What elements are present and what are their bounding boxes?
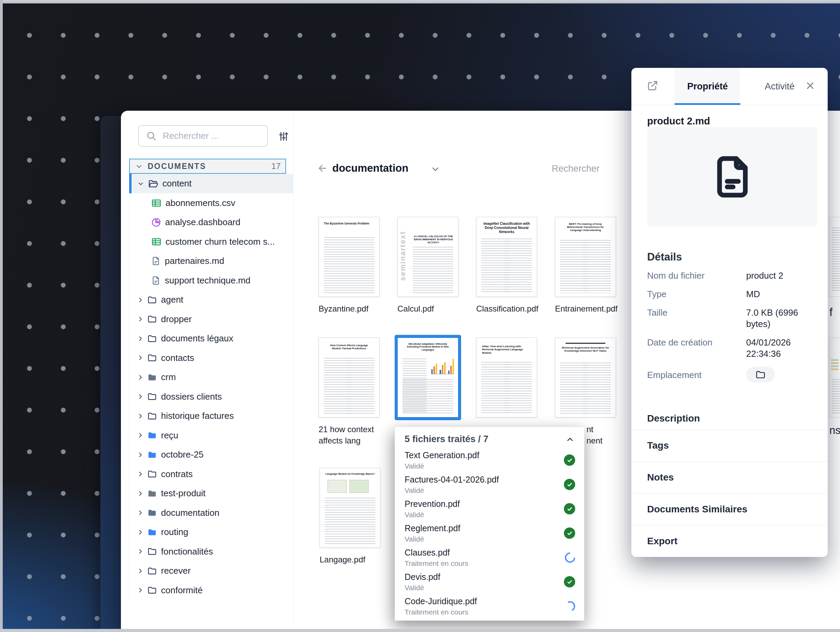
back-button[interactable]: [316, 163, 330, 175]
sidebar-item-folder[interactable]: routing: [129, 523, 293, 542]
chevron-right-icon[interactable]: [137, 509, 144, 517]
panel-header: Propriété Activité: [632, 68, 828, 105]
chevron-down-icon[interactable]: [135, 162, 144, 171]
toast-item[interactable]: Code-Juridique.pdf Traitement en cours: [395, 594, 584, 618]
sidebar-item-folder[interactable]: dossiers clients: [129, 387, 293, 406]
toast-item[interactable]: Reglement.pdf Validé: [395, 521, 584, 545]
chevron-right-icon[interactable]: [137, 586, 144, 594]
tab-property[interactable]: Propriété: [674, 68, 740, 105]
breadcrumb-dropdown[interactable]: [429, 164, 442, 174]
doc-label: Entrainement.pdf: [555, 303, 618, 314]
panel-sections: Description Tags Notes Documents Similai…: [632, 407, 828, 557]
sidebar-item-folder[interactable]: agent: [129, 290, 293, 310]
doc-thumbnail[interactable]: Retrieval-Augmented Generation for Knowl…: [555, 338, 616, 417]
doc-label: Langage.pdf: [320, 554, 387, 565]
thumb-text-lines: [504, 362, 532, 414]
thumb-text-lines: [832, 379, 840, 414]
sidebar-item-file[interactable]: customer churn telecom s...: [129, 232, 293, 251]
folder-filled-icon: [147, 507, 157, 518]
toast-item[interactable]: Devis.pdf Validé: [395, 570, 584, 594]
chevron-right-icon[interactable]: [137, 470, 144, 478]
spinner-icon: [563, 550, 577, 564]
chevron-right-icon[interactable]: [137, 528, 144, 536]
section-export[interactable]: Export: [632, 525, 828, 557]
sidebar-item-file[interactable]: abonnements.csv: [129, 193, 293, 213]
sidebar-item-folder[interactable]: contrats: [129, 465, 293, 484]
csv-table-icon: [151, 198, 162, 209]
check-circle-icon: [564, 503, 575, 514]
doc-thumbnail[interactable]: Atlas: Few-shot Learning with Retrieval …: [476, 338, 537, 417]
chevron-right-icon[interactable]: [137, 490, 144, 497]
chevron-right-icon[interactable]: [137, 335, 144, 342]
sidebar-item-folder[interactable]: recever: [129, 561, 293, 581]
search-input[interactable]: [163, 131, 267, 141]
open-in-window-button[interactable]: [646, 79, 659, 93]
folder-icon: [147, 333, 157, 344]
chevron-right-icon[interactable]: [137, 431, 144, 439]
document-file-icon: [151, 276, 161, 286]
chevron-right-icon[interactable]: [137, 296, 144, 304]
doc-thumbnail[interactable]: seminartext A LOGICAL CALCULUS OF THE ID…: [397, 217, 458, 297]
sidebar-item-folder[interactable]: test-produit: [129, 484, 293, 504]
sidebar-item-content[interactable]: content: [129, 174, 293, 193]
documents-section-header[interactable]: DOCUMENTS 17: [129, 159, 286, 174]
doc-thumbnail[interactable]: The Byzantine Generals Problem: [319, 217, 380, 297]
arrow-left-icon: [316, 163, 329, 174]
sidebar-item-folder[interactable]: contacts: [129, 348, 293, 368]
thumb-text-lines: [403, 379, 453, 414]
thumb-figures: [327, 480, 369, 493]
doc-thumbnail[interactable]: Language Models as Knowledge Bases?: [320, 468, 381, 548]
tab-activity[interactable]: Activité: [754, 68, 805, 105]
thumb-doc-title: Language Models as Knowledge Bases?: [324, 472, 377, 476]
sidebar-item-label: test-produit: [161, 488, 205, 499]
doc-thumbnail-selected[interactable]: Mini-Model Adaptation: Efficiently Exten…: [395, 335, 461, 420]
sidebar-item-file[interactable]: analyse.dashboard: [129, 213, 293, 232]
section-tags[interactable]: Tags: [632, 430, 828, 461]
sidebar-item-folder[interactable]: documentation: [129, 503, 293, 523]
location-folder-button[interactable]: [746, 367, 775, 382]
folder-icon: [147, 314, 157, 324]
doc-thumbnail-sliver: [829, 217, 840, 297]
doc-thumbnail[interactable]: BERT: Pre-training of Deep Bidirectional…: [555, 217, 616, 297]
chevron-right-icon[interactable]: [137, 548, 144, 555]
chevron-down-icon[interactable]: [137, 180, 145, 188]
doc-thumbnail[interactable]: ImageNet Classification with Deep Convol…: [476, 217, 537, 297]
sidebar-item-folder[interactable]: historique factures: [129, 406, 293, 426]
section-description[interactable]: Description: [632, 407, 828, 430]
toast-item[interactable]: Text Generation.pdf Validé: [395, 448, 584, 472]
close-panel-button[interactable]: [805, 81, 815, 92]
thumb-doc-title: Atlas: Few-shot Learning with Retrieval …: [482, 345, 527, 354]
chevron-right-icon[interactable]: [137, 393, 144, 400]
sidebar-item-folder[interactable]: fonctionalités: [129, 542, 293, 561]
toast-item[interactable]: Clauses.pdf Traitement en cours: [395, 545, 584, 570]
chevron-right-icon[interactable]: [137, 412, 144, 420]
chevron-right-icon[interactable]: [137, 451, 144, 458]
chevron-right-icon[interactable]: [137, 567, 144, 575]
main-search-link[interactable]: Rechercher: [545, 163, 600, 174]
processing-toast: 5 fichiers traités / 7 Text Generation.p…: [395, 427, 584, 621]
sidebar-item-folder[interactable]: dropper: [129, 310, 293, 329]
sidebar-item-folder[interactable]: conformité: [129, 581, 293, 600]
chevron-right-icon[interactable]: [137, 374, 144, 381]
sidebar-item-folder[interactable]: documents légaux: [129, 329, 293, 349]
chevron-up-icon[interactable]: [565, 435, 575, 444]
thumb-watermark: seminartext: [398, 231, 407, 281]
thumb-doc-title: BERT: Pre-training of Deep Bidirectional…: [564, 223, 607, 232]
sidebar-item-folder[interactable]: crm: [129, 368, 293, 387]
sidebar-item-file[interactable]: support technique.md: [129, 271, 293, 290]
detail-row: Date de création 04/01/2026 22:34:36: [647, 337, 817, 360]
doc-thumbnail[interactable]: How Context Affects Language Models' Fac…: [319, 338, 380, 417]
chevron-right-icon[interactable]: [137, 354, 144, 362]
toast-item[interactable]: Prevention.pdf Validé: [395, 497, 584, 521]
chevron-right-icon[interactable]: [137, 315, 144, 323]
toast-file-name: Devis.pdf: [404, 572, 440, 582]
sidebar-item-folder[interactable]: reçu: [129, 426, 293, 445]
toast-file-name: Reglement.pdf: [404, 523, 460, 533]
sidebar-item-file[interactable]: partenaires.md: [129, 251, 293, 271]
toast-item[interactable]: Factures-04-01-2026.pdf Validé: [395, 472, 584, 497]
thumb-text-lines: [504, 239, 532, 293]
section-notes[interactable]: Notes: [632, 461, 828, 493]
section-similar-documents[interactable]: Documents Similaires: [632, 493, 828, 525]
filter-sliders-button[interactable]: [277, 130, 291, 143]
sidebar-item-folder[interactable]: octobre-25: [129, 445, 293, 465]
